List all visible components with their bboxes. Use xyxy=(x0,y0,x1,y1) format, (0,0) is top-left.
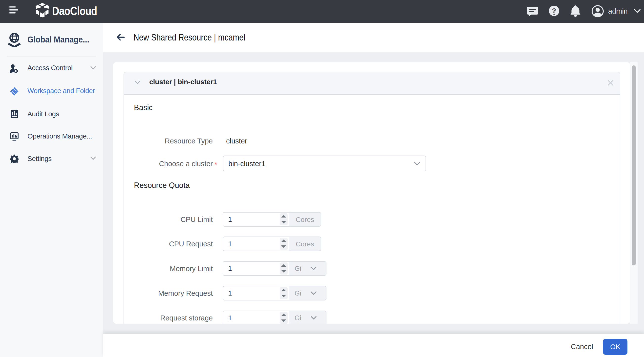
svg-text:?: ? xyxy=(552,7,556,14)
